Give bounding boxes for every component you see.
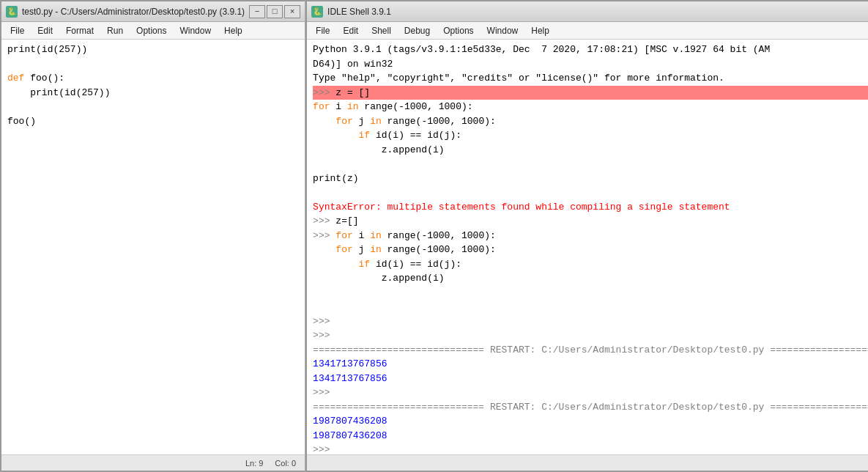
editor-menu-bar: File Edit Format Run Options Window Help [1, 22, 305, 40]
shell-title-bar: 🐍 IDLE Shell 3.9.1 − □ × [307, 1, 868, 22]
shell-status-bar: Ln: 26 Col: 13 [307, 454, 868, 471]
editor-close-button[interactable]: × [284, 5, 300, 18]
shell-menu-edit[interactable]: Edit [337, 24, 364, 37]
editor-content[interactable]: print(id(257)) def foo(): print(id(257))… [1, 40, 305, 454]
editor-status-bar: Ln: 9 Col: 0 [1, 454, 305, 471]
editor-col-number: Col: 0 [275, 459, 296, 468]
shell-content[interactable]: Python 3.9.1 (tags/v3.9.1:1e5d33e, Dec 7… [307, 40, 868, 454]
shell-window-icon: 🐍 [311, 6, 323, 18]
shell-menu-shell[interactable]: Shell [366, 24, 397, 37]
editor-menu-run[interactable]: Run [101, 24, 129, 37]
shell-title-text: IDLE Shell 3.9.1 [327, 7, 868, 17]
editor-window: 🐍 test0.py - C:/Users/Administrator/Desk… [0, 0, 305, 472]
editor-window-controls: − □ × [249, 5, 300, 18]
shell-menu-help[interactable]: Help [525, 24, 555, 37]
editor-menu-format[interactable]: Format [60, 24, 100, 37]
editor-maximize-button[interactable]: □ [267, 5, 283, 18]
editor-menu-file[interactable]: File [4, 24, 30, 37]
shell-menu-debug[interactable]: Debug [398, 24, 436, 37]
shell-menu-bar: File Edit Shell Debug Options Window Hel… [307, 22, 868, 40]
editor-menu-options[interactable]: Options [130, 24, 172, 37]
editor-line-number: Ln: 9 [245, 459, 263, 468]
editor-menu-window[interactable]: Window [174, 24, 217, 37]
editor-menu-edit[interactable]: Edit [31, 24, 59, 37]
editor-title-text: test0.py - C:/Users/Administrator/Deskto… [22, 7, 245, 17]
editor-minimize-button[interactable]: − [249, 5, 265, 18]
shell-menu-options[interactable]: Options [437, 24, 479, 37]
shell-menu-window[interactable]: Window [481, 24, 524, 37]
shell-window: 🐍 IDLE Shell 3.9.1 − □ × File Edit Shell… [305, 0, 868, 472]
editor-title-bar: 🐍 test0.py - C:/Users/Administrator/Desk… [1, 1, 305, 22]
editor-window-icon: 🐍 [6, 6, 18, 18]
editor-menu-help[interactable]: Help [218, 24, 248, 37]
shell-menu-file[interactable]: File [310, 24, 335, 37]
